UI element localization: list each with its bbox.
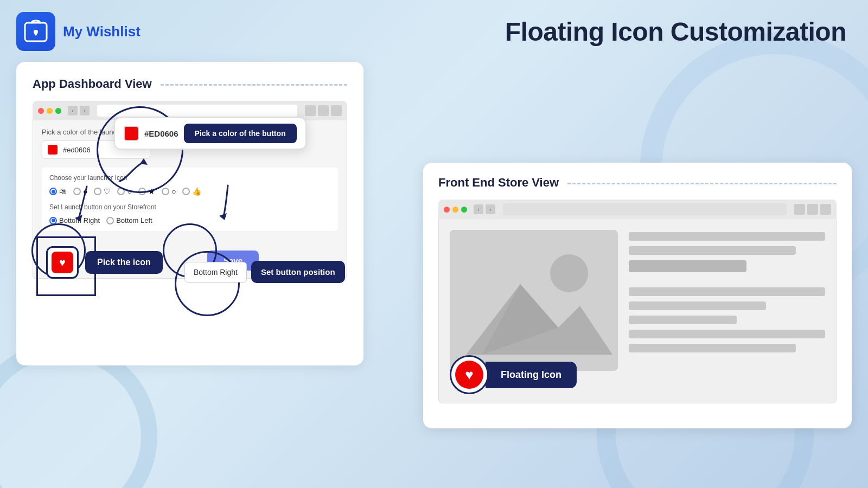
menu-button[interactable] bbox=[331, 105, 342, 116]
icon-preview-heart: ♥ bbox=[59, 256, 66, 269]
icon-section-label: Choose your launcher Icon bbox=[49, 174, 330, 182]
share-button[interactable] bbox=[305, 105, 316, 116]
dashed-line bbox=[161, 84, 347, 86]
radio-bottom-right[interactable]: Bottom Right bbox=[49, 216, 100, 224]
radio-br-circle bbox=[49, 217, 57, 224]
pick-icon-row: ♥ Pick the icon bbox=[46, 246, 163, 279]
pick-icon-button[interactable]: Pick the icon bbox=[85, 251, 163, 274]
bottom-left-label: Bottom Left bbox=[116, 216, 152, 224]
icon-preview-inner: ♥ bbox=[52, 252, 73, 273]
radio-circle-7 bbox=[182, 188, 190, 195]
dashboard-panel: App Dashboard View ‹ › bbox=[16, 62, 363, 365]
set-position-row: Bottom Right Set button position bbox=[184, 261, 345, 283]
page-title: Floating Icon Customization bbox=[505, 17, 846, 47]
radio-circle-3 bbox=[94, 188, 101, 195]
position-input-display[interactable]: Bottom Right bbox=[184, 262, 247, 282]
icon-heart: 🛍 bbox=[59, 187, 67, 196]
radio-option-heart2[interactable]: ♡ bbox=[94, 187, 111, 196]
color-popup: #ED0606 Pick a color of the button bbox=[114, 117, 307, 150]
set-position-callout: Bottom Right Set button position bbox=[184, 261, 345, 283]
icon-circle2: ○ bbox=[127, 187, 131, 196]
address-bar[interactable] bbox=[97, 105, 297, 117]
browser-nav: ‹ › bbox=[68, 106, 90, 115]
position-radio-row: Bottom Right Bottom Left bbox=[49, 216, 330, 224]
logo-box bbox=[16, 12, 55, 51]
radio-bottom-left[interactable]: Bottom Left bbox=[106, 216, 152, 224]
radio-bl-circle bbox=[106, 217, 114, 224]
dot-yellow bbox=[47, 108, 53, 114]
radio-option-heart[interactable]: 🛍 bbox=[49, 187, 67, 196]
radio-circle-2 bbox=[73, 188, 81, 195]
color-swatch-large bbox=[124, 126, 139, 141]
pick-icon-callout: ♥ Pick the icon bbox=[46, 246, 163, 279]
radio-option-circle[interactable]: ● bbox=[73, 187, 87, 196]
dashboard-title: App Dashboard View bbox=[33, 77, 347, 91]
position-inline-section: Set Launch button on your Storefront Bot… bbox=[49, 203, 330, 224]
header: My Wishlist Floating Icon Customization bbox=[0, 0, 868, 56]
color-hex-large: #ED0606 bbox=[144, 129, 178, 138]
icon-circle: ● bbox=[83, 187, 87, 196]
color-swatch-small bbox=[48, 145, 58, 155]
dot-green bbox=[55, 108, 61, 114]
set-position-button[interactable]: Set button position bbox=[251, 261, 345, 283]
forward-button[interactable]: › bbox=[80, 106, 90, 115]
back-button[interactable]: ‹ bbox=[68, 106, 78, 115]
radio-option-circle3[interactable]: ○ bbox=[162, 187, 176, 196]
icon-star: ★ bbox=[148, 187, 155, 196]
refresh-button[interactable] bbox=[318, 105, 329, 116]
radio-circle-1 bbox=[49, 188, 57, 195]
icon-section: Choose your launcher Icon 🛍 ● ♡ bbox=[42, 168, 338, 231]
radio-circle-6 bbox=[162, 188, 169, 195]
icon-circle3: ○ bbox=[171, 187, 176, 196]
radio-option-thumbs[interactable]: 👍 bbox=[182, 187, 201, 196]
radio-option-star[interactable]: ★ bbox=[138, 187, 155, 196]
radio-circle-4 bbox=[117, 188, 125, 195]
app-name: My Wishlist bbox=[63, 23, 141, 40]
logo-icon bbox=[24, 20, 48, 43]
radio-circle-5 bbox=[138, 188, 146, 195]
color-hex-text: #ed0606 bbox=[63, 146, 91, 154]
logo-area: My Wishlist bbox=[16, 12, 141, 51]
icon-thumbsup: 👍 bbox=[192, 187, 201, 196]
radio-option-circle2[interactable]: ○ bbox=[117, 187, 131, 196]
icon-heart2: ♡ bbox=[104, 187, 111, 196]
dot-red bbox=[38, 108, 44, 114]
position-inline-label: Set Launch button on your Storefront bbox=[49, 203, 330, 211]
browser-dots bbox=[38, 108, 61, 114]
color-popup-button[interactable]: Pick a color of the button bbox=[184, 124, 297, 143]
bottom-right-label: Bottom Right bbox=[59, 216, 100, 224]
icon-radios: 🛍 ● ♡ ○ bbox=[49, 187, 330, 196]
main-content: App Dashboard View ‹ › bbox=[0, 56, 868, 371]
icon-preview-box: ♥ bbox=[46, 246, 79, 279]
browser-actions bbox=[305, 105, 342, 116]
